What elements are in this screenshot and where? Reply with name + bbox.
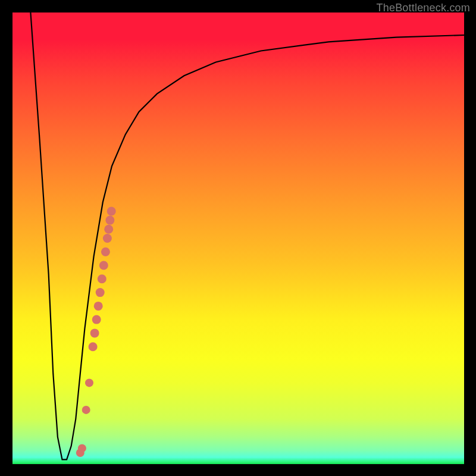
data-point bbox=[78, 444, 86, 452]
chart-stage: TheBottleneck.com bbox=[0, 0, 476, 476]
data-point bbox=[94, 302, 103, 311]
data-point bbox=[85, 378, 93, 387]
data-point bbox=[105, 216, 114, 225]
data-point bbox=[96, 288, 105, 297]
data-point bbox=[92, 315, 101, 324]
data-point bbox=[99, 261, 108, 270]
bottleneck-curve bbox=[30, 12, 464, 459]
data-point bbox=[101, 248, 110, 256]
data-point bbox=[98, 274, 107, 283]
data-point bbox=[107, 207, 116, 216]
data-point bbox=[103, 234, 112, 243]
data-point bbox=[82, 406, 90, 414]
data-point bbox=[89, 342, 98, 351]
plot-area bbox=[12, 12, 464, 464]
data-point bbox=[90, 328, 99, 337]
attribution-text: TheBottleneck.com bbox=[377, 2, 470, 14]
data-point bbox=[104, 225, 113, 234]
curve-overlay bbox=[12, 12, 464, 464]
